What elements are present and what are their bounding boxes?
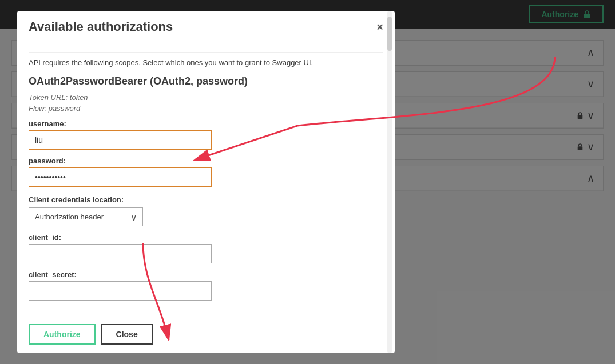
- credentials-label: Client credentials location:: [29, 195, 383, 204]
- modal-header: Available authorizations ×: [17, 11, 395, 43]
- authorize-button[interactable]: Authorize: [29, 324, 96, 345]
- flow-label: Flow:: [29, 104, 46, 113]
- modal-title: Available authorizations: [29, 19, 173, 34]
- api-description: API requires the following scopes. Selec…: [29, 52, 383, 67]
- token-url-label: Token URL:: [29, 93, 68, 102]
- client-secret-label: client_secret:: [29, 270, 383, 279]
- token-url-row: Token URL: token: [29, 93, 383, 102]
- flow-value: password: [49, 104, 81, 113]
- client-id-input[interactable]: [29, 244, 212, 263]
- modal-overlay: Available authorizations × API requires …: [0, 0, 615, 364]
- modal-body: API requires the following scopes. Selec…: [17, 43, 395, 315]
- password-input[interactable]: [29, 167, 212, 187]
- credentials-select[interactable]: Authorization header Request body: [29, 207, 143, 226]
- scrollbar-thumb: [387, 17, 392, 51]
- oauth-section-title: OAuth2PasswordBearer (OAuth2, password): [29, 75, 383, 87]
- client-secret-input[interactable]: [29, 281, 212, 301]
- modal-close-button[interactable]: ×: [376, 21, 383, 34]
- client-id-label: client_id:: [29, 233, 383, 242]
- flow-row: Flow: password: [29, 104, 383, 113]
- username-label: username:: [29, 119, 383, 128]
- modal-scrollbar[interactable]: [387, 11, 392, 353]
- username-input[interactable]: [29, 130, 212, 150]
- credentials-select-wrapper: Authorization header Request body ∨: [29, 207, 143, 226]
- modal-dialog: Available authorizations × API requires …: [17, 11, 395, 353]
- close-button[interactable]: Close: [101, 324, 153, 345]
- password-label: password:: [29, 157, 383, 165]
- modal-footer: Authorize Close: [17, 315, 395, 353]
- token-url-value: token: [70, 93, 88, 102]
